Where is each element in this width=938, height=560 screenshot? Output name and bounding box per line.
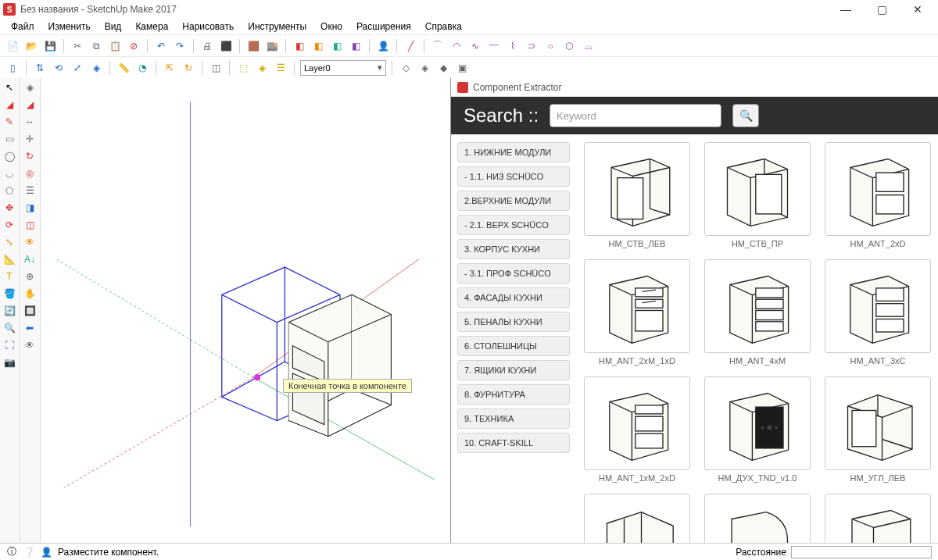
close-curve-icon[interactable]: ⌓ [580,38,596,54]
arc2-icon[interactable]: ◠ [449,38,464,54]
style4-icon[interactable]: ▣ [454,60,470,76]
zoom-icon[interactable]: 🔍 [2,320,17,336]
circle2-icon[interactable]: ◯ [2,148,17,164]
component-icon[interactable]: ◈ [254,60,270,76]
move2-icon[interactable]: ✥ [2,200,17,216]
outliner2-icon[interactable]: ☰ [22,183,38,198]
menu-window[interactable]: Окно [314,20,349,34]
distance-input[interactable] [791,546,932,558]
viewport[interactable]: Конечная точка в компоненте [41,78,450,543]
offset2-icon[interactable]: ◎ [22,166,38,181]
thumb-image[interactable] [825,142,931,236]
eraser-icon[interactable]: ◢ [2,97,17,112]
protractor-icon[interactable]: ◔ [134,60,150,76]
category-item[interactable]: 1. НИЖНИЕ МОДУЛИ [457,142,570,162]
box-orange-icon[interactable]: ◧ [310,38,326,54]
thumb-image[interactable] [584,259,690,353]
search-button[interactable]: 🔍 [732,104,759,127]
info-icon[interactable]: ⓘ [6,547,17,558]
thumb-image[interactable] [704,494,811,543]
box-red-icon[interactable]: ◧ [292,38,307,54]
cut-icon[interactable]: ✂ [70,38,85,54]
warehouse-icon[interactable]: 🏬 [264,38,280,54]
thumb-image[interactable] [704,259,811,353]
text-icon[interactable]: T [2,269,17,284]
menu-camera[interactable]: Камера [129,20,174,34]
spline-icon[interactable]: ⊃ [524,38,539,54]
circle-icon[interactable]: ○ [542,38,558,54]
paint-icon[interactable]: 🟫 [245,38,261,54]
bezier-icon[interactable]: ⌇ [505,38,521,54]
thumb-image[interactable] [704,376,811,470]
thumb-image[interactable] [584,376,690,470]
style2-icon[interactable]: ◈ [417,60,432,76]
style1-icon[interactable]: ◇ [398,60,414,76]
menu-help[interactable]: Справка [419,20,468,34]
category-item[interactable]: 8. ФУРНИТУРА [457,384,570,405]
zoom-win-icon[interactable]: 🔲 [22,303,38,319]
category-item[interactable]: - 2.1. ВЕРХ SCHÜCO [457,215,570,235]
category-item[interactable]: 3. КОРПУС КУХНИ [457,239,570,259]
category-item[interactable]: 7. ЯЩИКИ КУХНИ [457,360,570,380]
paint2-icon[interactable]: 🪣 [2,286,17,301]
move-icon[interactable]: ⇅ [32,60,48,76]
paint3-icon[interactable]: ◢ [22,97,38,112]
box-purple-icon[interactable]: ◧ [348,38,363,54]
maximize-button[interactable]: ▢ [871,3,893,16]
help-icon[interactable]: ❔ [23,547,34,558]
camera-icon[interactable]: 📷 [2,355,17,370]
model-icon[interactable]: ⬛ [218,38,234,54]
category-item[interactable]: 2.ВЕРХНИЕ МОДУЛИ [457,191,570,211]
orbit-icon[interactable]: 🔄 [2,303,17,319]
paste-icon[interactable]: 📋 [107,38,123,54]
new-icon[interactable]: 📄 [5,38,20,54]
thumb-image[interactable] [825,376,931,470]
rotate2-icon[interactable]: ⟳ [2,217,17,233]
position-icon[interactable]: ⊕ [22,269,38,284]
scale2-icon[interactable]: ⤡ [2,234,17,250]
category-item[interactable]: - 3.1. ПРОФ SCHÜCO [457,263,570,284]
undo-icon[interactable]: ↶ [153,38,169,54]
rotate-icon[interactable]: ⟲ [51,60,66,76]
freehand-icon[interactable]: 〰 [486,38,502,54]
category-item[interactable]: - 1.1. НИЗ SCHÜCO [457,166,570,187]
text2-icon[interactable]: A↓ [22,251,38,267]
dim-icon[interactable]: ↔ [22,114,38,130]
pointer-icon[interactable]: ↖ [2,80,17,95]
minimize-button[interactable]: ― [835,3,857,16]
tape-icon[interactable]: 📏 [116,60,131,76]
rect-icon[interactable]: ▭ [2,131,17,147]
section2-icon[interactable]: ◫ [22,217,38,233]
material-icon[interactable]: ◨ [22,200,38,216]
thumb-image[interactable] [704,142,811,236]
save-icon[interactable]: 💾 [42,38,58,54]
open-icon[interactable]: 📂 [23,38,39,54]
follow-icon[interactable]: ↻ [181,60,196,76]
poly-icon[interactable]: ⬠ [2,183,17,198]
edge-icon[interactable]: ╱ [403,38,418,54]
close-button[interactable]: ✕ [907,3,929,16]
layer-select[interactable]: Layer0 [300,60,386,76]
style3-icon[interactable]: ◆ [435,60,451,76]
curve-icon[interactable]: ∿ [467,38,483,54]
tape2-icon[interactable]: 📐 [2,251,17,267]
box-green-icon[interactable]: ◧ [329,38,345,54]
thumb-image[interactable] [584,494,690,543]
prev-icon[interactable]: ⬅ [22,320,38,336]
arc3-icon[interactable]: ◡ [2,166,17,181]
category-item[interactable]: 5. ПЕНАЛЫ КУХНИ [457,312,570,332]
thumb-image[interactable] [825,259,931,353]
polygon-icon[interactable]: ⬡ [561,38,577,54]
select-icon[interactable]: ▯ [5,60,20,76]
walk-icon[interactable]: 👁 [22,234,38,250]
redo-icon[interactable]: ↷ [172,38,188,54]
pencil-icon[interactable]: ✎ [2,114,17,130]
pan-icon[interactable]: ✋ [22,286,38,301]
search-input[interactable]: Keyword [550,104,721,127]
menu-draw[interactable]: Нарисовать [176,20,240,34]
zoom-ext-icon[interactable]: ⛶ [2,337,17,353]
pushpull-icon[interactable]: ⇱ [162,60,177,76]
category-item[interactable]: 4. ФАСАДЫ КУХНИ [457,287,570,308]
make-comp-icon[interactable]: ◈ [22,80,38,95]
offset-icon[interactable]: ◈ [88,60,104,76]
